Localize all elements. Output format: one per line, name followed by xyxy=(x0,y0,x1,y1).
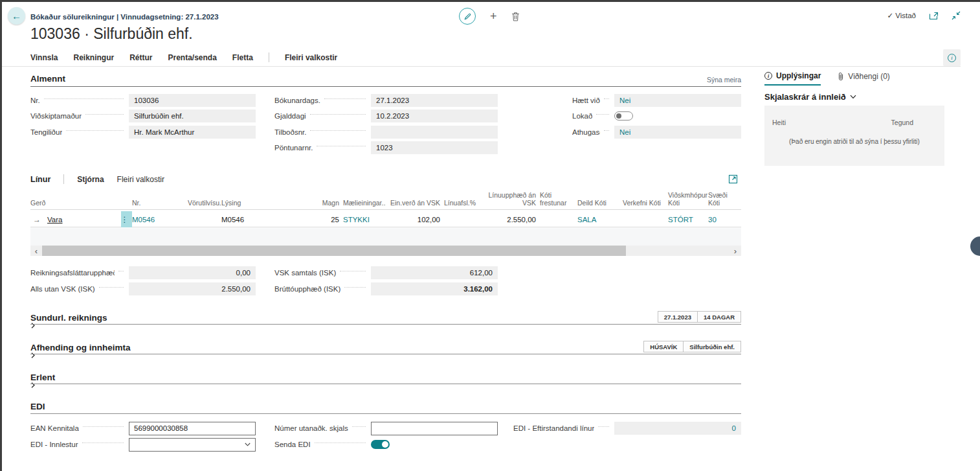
field-tengilidur: Tengiliður Hr. Mark McArthur xyxy=(30,126,256,139)
menu-rettur[interactable]: Réttur xyxy=(129,53,152,62)
section-sundurl-reiknings[interactable]: Sundurl. reiknings 27.1.2023 14 DAGAR xyxy=(30,313,741,328)
field-tilbodsnr: Tilboðsnr. xyxy=(274,126,498,139)
menu-reikningur[interactable]: Reikningur xyxy=(73,53,114,62)
section-badges: HÚSAVÍK Silfurbúðin ehf. xyxy=(644,341,741,352)
scroll-right-icon[interactable]: › xyxy=(729,246,741,256)
trash-icon xyxy=(511,12,520,21)
bruttoupphaed-value[interactable]: 3.162,00 xyxy=(371,282,498,295)
section-divider xyxy=(30,354,741,354)
side-panel-handle[interactable] xyxy=(970,236,980,256)
row-lysing[interactable]: M0546 xyxy=(221,216,315,224)
field-bruttoupphaed: Brúttóupphæð (ISK) 3.162,00 xyxy=(274,282,498,295)
expand-table-icon xyxy=(728,174,738,184)
tengilidur-value[interactable]: Hr. Mark McArthur xyxy=(129,126,256,139)
collapse-icon xyxy=(952,11,961,20)
scroll-left-icon[interactable]: ‹ xyxy=(30,246,42,256)
delete-button[interactable] xyxy=(511,12,520,21)
open-window-icon xyxy=(929,12,939,20)
field-pontunarnr: Pöntunarnr. 1023 xyxy=(274,141,498,154)
field-ean-kennitala: EAN Kennitala xyxy=(30,422,256,435)
tab-upplysingar[interactable]: i Upplýsingar xyxy=(764,71,821,86)
edi-innlestur-select[interactable] xyxy=(129,438,256,452)
vidskiptamadur-value[interactable]: Silfurbúðin ehf. xyxy=(129,109,256,122)
menubar-divider-line xyxy=(2,66,961,67)
menu-vinnsla[interactable]: Vinnsla xyxy=(30,53,58,62)
menu-fletta[interactable]: Fletta xyxy=(232,53,253,62)
factbox-tabs: i Upplýsingar Viðhengi (0) xyxy=(764,71,890,86)
menu-more-options[interactable]: Fleiri valkostir xyxy=(285,53,337,62)
field-haett-vid: Hætt við Nei xyxy=(572,94,741,107)
breadcrumb: Bókaður sölureikningur | Vinnudagsetning… xyxy=(30,13,219,21)
lokad-toggle[interactable] xyxy=(614,111,633,121)
section-divider xyxy=(30,413,741,414)
pontunarnr-value[interactable]: 1023 xyxy=(371,141,498,154)
scrollbar-thumb[interactable] xyxy=(42,246,626,256)
page-title: 103036 · Silfurbúðin ehf. xyxy=(30,25,193,43)
alls-utan-vsk-value[interactable]: 2.550,00 xyxy=(129,282,256,295)
field-numer-utanadk: Númer utanaðk. skjals xyxy=(274,422,498,435)
lines-menu-more[interactable]: Fleiri valkostir xyxy=(117,175,164,184)
reikningsafslattur-value[interactable]: 0,00 xyxy=(129,266,256,279)
edit-button[interactable] xyxy=(459,8,476,25)
athugasemd-value[interactable]: Nei xyxy=(614,126,741,139)
row-linuupphaed[interactable]: 2.550,00 xyxy=(479,216,540,224)
lines-toolbar: Línur Stjórna Fleiri valkostir xyxy=(30,174,164,184)
row-svaedi-link[interactable]: 30 xyxy=(708,216,738,224)
section-divider xyxy=(30,86,741,87)
row-maelieining-link[interactable]: STYKKI xyxy=(343,216,386,224)
toggle-factbox-button[interactable]: i xyxy=(943,49,961,66)
ean-kennitala-input[interactable] xyxy=(129,422,256,435)
app-window: ← Bókaður sölureikningur | Vinnudagsetni… xyxy=(0,0,980,471)
haett-vid-value[interactable]: Nei xyxy=(614,94,741,107)
open-in-new-window-button[interactable] xyxy=(929,12,939,20)
table-empty-area xyxy=(30,228,741,246)
tab-linur[interactable]: Línur xyxy=(30,175,50,184)
field-reikningsafslattur: Reikningsafsláttarupphæð án ... 0,00 xyxy=(30,266,256,279)
menu-divider xyxy=(269,52,269,62)
lines-menu-stjorna[interactable]: Stjórna xyxy=(77,175,104,184)
senda-edi-toggle[interactable] xyxy=(371,440,390,449)
row-deild-link[interactable]: SALA xyxy=(577,216,623,224)
menu-prenta-senda[interactable]: Prenta/senda xyxy=(168,53,216,62)
section-erlent[interactable]: Erlent xyxy=(30,373,741,388)
section-divider xyxy=(30,324,741,325)
factbox-list-columns: Heiti Tegund xyxy=(772,119,913,126)
tilbodsnr-value[interactable] xyxy=(371,126,498,139)
section-edi-heading: EDI xyxy=(30,402,741,411)
factbox-list-panel: Heiti Tegund (Það eru engin atriði til a… xyxy=(764,106,944,166)
record-actions: + xyxy=(459,8,520,25)
nr-value[interactable]: 103036 xyxy=(129,94,256,107)
field-lokad: Lokað xyxy=(572,109,741,122)
field-edi-eftirstandandi: EDI - Eftirstandandi línur 0 xyxy=(513,422,741,435)
badge: 14 DAGAR xyxy=(697,311,741,323)
show-more-link[interactable]: Sýna meira xyxy=(707,76,741,84)
info-icon: i xyxy=(948,54,956,62)
back-button[interactable]: ← xyxy=(8,7,25,25)
row-einverd[interactable]: 102,00 xyxy=(386,216,444,224)
section-divider xyxy=(30,384,741,384)
row-magn[interactable]: 25 xyxy=(315,216,343,224)
collapse-window-button[interactable] xyxy=(952,11,961,20)
tab-vidhengi[interactable]: Viðhengi (0) xyxy=(838,71,890,86)
lines-divider xyxy=(63,174,64,184)
row-nr-link[interactable]: M0546 xyxy=(132,216,188,224)
field-athugasemd: Athugasemd Nei xyxy=(572,126,741,139)
row-menu-button[interactable]: ⋮ xyxy=(121,211,132,227)
horizontal-scrollbar[interactable]: ‹ › xyxy=(30,246,741,256)
vsk-samtals-value[interactable]: 612,00 xyxy=(371,266,498,279)
numer-utanadk-input[interactable] xyxy=(371,422,498,435)
row-gerd-link[interactable]: Vara xyxy=(47,216,62,224)
bokunardags-value[interactable]: 27.1.2023 xyxy=(371,94,498,107)
table-row[interactable]: → Vara ⋮ M0546 M0546 25 STYKKI 102,00 2.… xyxy=(30,211,741,227)
add-button[interactable]: + xyxy=(490,10,497,22)
row-vidskmhopur-link[interactable]: STÓRT xyxy=(668,216,708,224)
field-gjalddagi: Gjalddagi 10.2.2023 xyxy=(274,109,498,122)
active-row-icon: → xyxy=(33,215,41,224)
factbox-section-heading[interactable]: Skjalaskrár á innleið xyxy=(764,92,856,102)
action-bar: Vinnsla Reikningur Réttur Prenta/senda F… xyxy=(30,52,337,62)
section-afhending[interactable]: Afhending og innheimta HÚSAVÍK Silfurbúð… xyxy=(30,343,741,358)
saved-indicator: ✓ Vistað xyxy=(887,11,916,20)
field-bokunardags: Bókunardags. 27.1.2023 xyxy=(274,94,498,107)
expand-lines-button[interactable] xyxy=(728,174,738,184)
gjalddagi-value[interactable]: 10.2.2023 xyxy=(371,109,498,122)
